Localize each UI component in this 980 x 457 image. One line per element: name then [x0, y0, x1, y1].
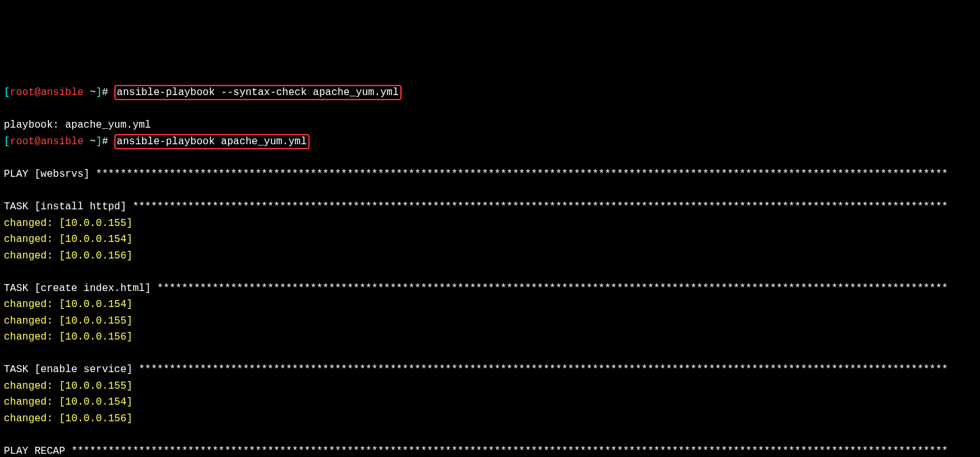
prompt-bracket: [	[4, 87, 10, 98]
task2-header-stars: ****************************************…	[157, 283, 948, 294]
task-result: changed: [10.0.0.155]	[4, 218, 133, 229]
prompt-path: ~	[84, 136, 96, 147]
task-result: changed: [10.0.0.154]	[4, 299, 133, 310]
prompt-at: @	[34, 87, 41, 98]
task3-header-stars: ****************************************…	[139, 364, 947, 375]
recap-header-label: PLAY RECAP	[4, 446, 72, 457]
task-result: changed: [10.0.0.154]	[4, 234, 133, 245]
prompt-bracket: [	[4, 136, 10, 147]
prompt-user: root	[10, 136, 34, 147]
prompt-host: ansible	[41, 136, 84, 147]
playbook-output: playbook: apache_yum.yml	[4, 119, 151, 131]
play-header-stars: ****************************************…	[96, 169, 948, 180]
command-1-highlight: ansible-playbook --syntax-check apache_y…	[114, 85, 402, 100]
prompt-bracket-close: ]	[96, 136, 102, 147]
task-result: changed: [10.0.0.156]	[4, 413, 133, 424]
prompt-user: root	[10, 87, 34, 98]
task1-header-label: TASK [install httpd]	[4, 201, 133, 213]
prompt-path: ~	[84, 87, 96, 98]
play-header-label: PLAY [websrvs]	[4, 169, 96, 180]
prompt-host: ansible	[41, 87, 84, 98]
command-1: ansible-playbook --syntax-check apache_y…	[117, 87, 399, 98]
prompt-hash: #	[102, 136, 114, 147]
task1-header-stars: ****************************************…	[133, 201, 948, 213]
task3-header-label: TASK [enable service]	[4, 364, 139, 375]
task-result: changed: [10.0.0.154]	[4, 396, 133, 408]
task-result: changed: [10.0.0.155]	[4, 315, 133, 327]
recap-header-stars: ****************************************…	[72, 446, 948, 457]
command-2: ansible-playbook apache_yum.yml	[117, 136, 307, 147]
task-result: changed: [10.0.0.155]	[4, 380, 133, 392]
prompt-at: @	[34, 136, 41, 147]
prompt-hash: #	[102, 87, 114, 98]
terminal-output[interactable]: [root@ansible ~]# ansible-playbook --syn…	[0, 65, 980, 457]
task2-header-label: TASK [create index.html]	[4, 283, 157, 294]
prompt-bracket-close: ]	[96, 87, 102, 98]
command-2-highlight: ansible-playbook apache_yum.yml	[114, 134, 310, 149]
task-result: changed: [10.0.0.156]	[4, 331, 133, 343]
task-result: changed: [10.0.0.156]	[4, 250, 133, 262]
